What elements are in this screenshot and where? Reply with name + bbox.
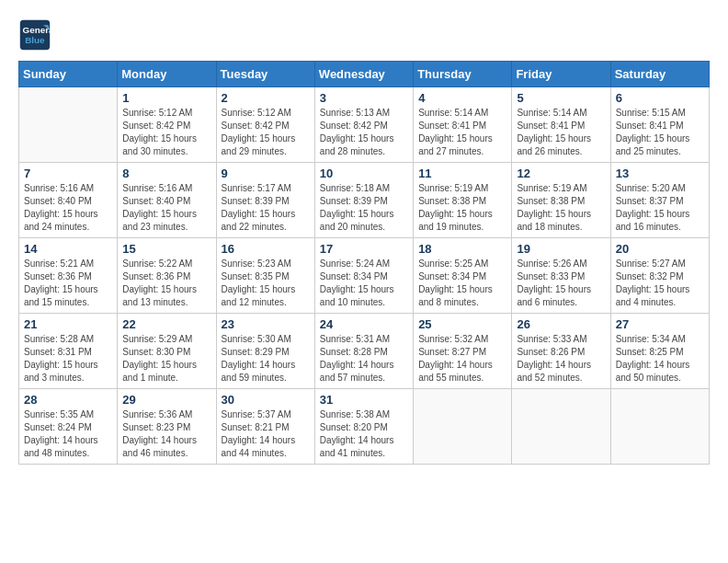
calendar-week-row: 14Sunrise: 5:21 AM Sunset: 8:36 PM Dayli… bbox=[19, 238, 710, 314]
day-info: Sunrise: 5:26 AM Sunset: 8:33 PM Dayligh… bbox=[517, 258, 605, 309]
calendar-cell: 5Sunrise: 5:14 AM Sunset: 8:41 PM Daylig… bbox=[512, 87, 610, 163]
day-info: Sunrise: 5:16 AM Sunset: 8:40 PM Dayligh… bbox=[24, 182, 112, 234]
day-number: 22 bbox=[122, 317, 210, 331]
day-number: 31 bbox=[320, 393, 408, 407]
day-number: 15 bbox=[122, 242, 210, 256]
day-info: Sunrise: 5:35 AM Sunset: 8:24 PM Dayligh… bbox=[24, 408, 112, 460]
day-info: Sunrise: 5:14 AM Sunset: 8:41 PM Dayligh… bbox=[517, 107, 605, 158]
calendar-week-row: 28Sunrise: 5:35 AM Sunset: 8:24 PM Dayli… bbox=[19, 389, 710, 465]
day-number: 12 bbox=[517, 167, 605, 180]
day-info: Sunrise: 5:27 AM Sunset: 8:32 PM Dayligh… bbox=[616, 258, 704, 309]
calendar-cell: 6Sunrise: 5:15 AM Sunset: 8:41 PM Daylig… bbox=[610, 87, 709, 163]
day-info: Sunrise: 5:23 AM Sunset: 8:35 PM Dayligh… bbox=[222, 258, 310, 309]
calendar-cell: 10Sunrise: 5:18 AM Sunset: 8:39 PM Dayli… bbox=[314, 163, 413, 238]
day-number: 29 bbox=[122, 393, 210, 407]
calendar-table: SundayMondayTuesdayWednesdayThursdayFrid… bbox=[18, 61, 710, 465]
calendar-cell: 3Sunrise: 5:13 AM Sunset: 8:42 PM Daylig… bbox=[314, 87, 413, 163]
day-info: Sunrise: 5:25 AM Sunset: 8:34 PM Dayligh… bbox=[418, 258, 506, 309]
day-number: 9 bbox=[222, 167, 310, 180]
day-info: Sunrise: 5:21 AM Sunset: 8:36 PM Dayligh… bbox=[24, 258, 112, 309]
calendar-cell: 22Sunrise: 5:29 AM Sunset: 8:30 PM Dayli… bbox=[118, 314, 216, 389]
weekday-header-wednesday: Wednesday bbox=[314, 62, 413, 87]
weekday-header-friday: Friday bbox=[512, 62, 610, 87]
calendar-cell: 30Sunrise: 5:37 AM Sunset: 8:21 PM Dayli… bbox=[216, 389, 314, 465]
calendar-cell: 2Sunrise: 5:12 AM Sunset: 8:42 PM Daylig… bbox=[216, 87, 314, 163]
calendar-cell: 11Sunrise: 5:19 AM Sunset: 8:38 PM Dayli… bbox=[414, 163, 512, 238]
day-number: 6 bbox=[616, 91, 704, 105]
day-info: Sunrise: 5:15 AM Sunset: 8:41 PM Dayligh… bbox=[616, 107, 704, 158]
day-number: 16 bbox=[222, 242, 310, 256]
day-info: Sunrise: 5:14 AM Sunset: 8:41 PM Dayligh… bbox=[418, 107, 506, 158]
day-info: Sunrise: 5:30 AM Sunset: 8:29 PM Dayligh… bbox=[222, 333, 310, 385]
calendar-cell bbox=[414, 389, 512, 465]
day-number: 7 bbox=[24, 167, 112, 180]
calendar-cell: 15Sunrise: 5:22 AM Sunset: 8:36 PM Dayli… bbox=[118, 238, 216, 314]
calendar-cell: 7Sunrise: 5:16 AM Sunset: 8:40 PM Daylig… bbox=[19, 163, 118, 238]
calendar-cell: 20Sunrise: 5:27 AM Sunset: 8:32 PM Dayli… bbox=[610, 238, 709, 314]
day-info: Sunrise: 5:16 AM Sunset: 8:40 PM Dayligh… bbox=[122, 182, 210, 234]
page-header: General Blue bbox=[18, 18, 710, 52]
calendar-week-row: 21Sunrise: 5:28 AM Sunset: 8:31 PM Dayli… bbox=[19, 314, 710, 389]
day-info: Sunrise: 5:19 AM Sunset: 8:38 PM Dayligh… bbox=[418, 182, 506, 234]
calendar-cell bbox=[512, 389, 610, 465]
day-number: 5 bbox=[517, 91, 605, 105]
calendar-cell bbox=[610, 389, 709, 465]
calendar-cell: 8Sunrise: 5:16 AM Sunset: 8:40 PM Daylig… bbox=[118, 163, 216, 238]
calendar-week-row: 1Sunrise: 5:12 AM Sunset: 8:42 PM Daylig… bbox=[19, 87, 710, 163]
day-number: 27 bbox=[616, 317, 704, 331]
calendar-header-row: SundayMondayTuesdayWednesdayThursdayFrid… bbox=[19, 62, 710, 87]
calendar-cell: 19Sunrise: 5:26 AM Sunset: 8:33 PM Dayli… bbox=[512, 238, 610, 314]
logo-icon: General Blue bbox=[18, 18, 51, 52]
day-info: Sunrise: 5:22 AM Sunset: 8:36 PM Dayligh… bbox=[122, 258, 210, 309]
day-info: Sunrise: 5:33 AM Sunset: 8:26 PM Dayligh… bbox=[517, 333, 605, 385]
day-info: Sunrise: 5:24 AM Sunset: 8:34 PM Dayligh… bbox=[320, 258, 408, 309]
day-number: 8 bbox=[122, 167, 210, 180]
day-info: Sunrise: 5:20 AM Sunset: 8:37 PM Dayligh… bbox=[616, 182, 704, 234]
calendar-cell: 29Sunrise: 5:36 AM Sunset: 8:23 PM Dayli… bbox=[118, 389, 216, 465]
day-info: Sunrise: 5:19 AM Sunset: 8:38 PM Dayligh… bbox=[517, 182, 605, 234]
calendar-cell: 21Sunrise: 5:28 AM Sunset: 8:31 PM Dayli… bbox=[19, 314, 118, 389]
day-number: 17 bbox=[320, 242, 408, 256]
day-info: Sunrise: 5:37 AM Sunset: 8:21 PM Dayligh… bbox=[222, 408, 310, 460]
day-info: Sunrise: 5:17 AM Sunset: 8:39 PM Dayligh… bbox=[222, 182, 310, 234]
day-number: 21 bbox=[24, 317, 112, 331]
day-info: Sunrise: 5:18 AM Sunset: 8:39 PM Dayligh… bbox=[320, 182, 408, 234]
day-info: Sunrise: 5:28 AM Sunset: 8:31 PM Dayligh… bbox=[24, 333, 112, 385]
weekday-header-tuesday: Tuesday bbox=[216, 62, 314, 87]
day-number: 11 bbox=[418, 167, 506, 180]
calendar-cell: 12Sunrise: 5:19 AM Sunset: 8:38 PM Dayli… bbox=[512, 163, 610, 238]
day-number: 26 bbox=[517, 317, 605, 331]
weekday-header-saturday: Saturday bbox=[610, 62, 709, 87]
calendar-cell: 23Sunrise: 5:30 AM Sunset: 8:29 PM Dayli… bbox=[216, 314, 314, 389]
calendar-cell: 9Sunrise: 5:17 AM Sunset: 8:39 PM Daylig… bbox=[216, 163, 314, 238]
calendar-cell: 4Sunrise: 5:14 AM Sunset: 8:41 PM Daylig… bbox=[414, 87, 512, 163]
day-info: Sunrise: 5:34 AM Sunset: 8:25 PM Dayligh… bbox=[616, 333, 704, 385]
day-info: Sunrise: 5:29 AM Sunset: 8:30 PM Dayligh… bbox=[122, 333, 210, 385]
day-number: 3 bbox=[320, 91, 408, 105]
day-number: 23 bbox=[222, 317, 310, 331]
day-info: Sunrise: 5:12 AM Sunset: 8:42 PM Dayligh… bbox=[122, 107, 210, 158]
calendar-cell: 24Sunrise: 5:31 AM Sunset: 8:28 PM Dayli… bbox=[314, 314, 413, 389]
calendar-cell: 18Sunrise: 5:25 AM Sunset: 8:34 PM Dayli… bbox=[414, 238, 512, 314]
logo: General Blue bbox=[18, 18, 57, 52]
calendar-week-row: 7Sunrise: 5:16 AM Sunset: 8:40 PM Daylig… bbox=[19, 163, 710, 238]
svg-text:Blue: Blue bbox=[25, 35, 45, 45]
day-number: 19 bbox=[517, 242, 605, 256]
weekday-header-monday: Monday bbox=[118, 62, 216, 87]
calendar-cell: 28Sunrise: 5:35 AM Sunset: 8:24 PM Dayli… bbox=[19, 389, 118, 465]
day-number: 24 bbox=[320, 317, 408, 331]
calendar-cell: 31Sunrise: 5:38 AM Sunset: 8:20 PM Dayli… bbox=[314, 389, 413, 465]
day-number: 25 bbox=[418, 317, 506, 331]
day-number: 4 bbox=[418, 91, 506, 105]
day-info: Sunrise: 5:12 AM Sunset: 8:42 PM Dayligh… bbox=[222, 107, 310, 158]
calendar-cell: 16Sunrise: 5:23 AM Sunset: 8:35 PM Dayli… bbox=[216, 238, 314, 314]
day-info: Sunrise: 5:32 AM Sunset: 8:27 PM Dayligh… bbox=[418, 333, 506, 385]
day-info: Sunrise: 5:31 AM Sunset: 8:28 PM Dayligh… bbox=[320, 333, 408, 385]
calendar-cell bbox=[19, 87, 118, 163]
calendar-cell: 26Sunrise: 5:33 AM Sunset: 8:26 PM Dayli… bbox=[512, 314, 610, 389]
day-number: 14 bbox=[24, 242, 112, 256]
day-number: 13 bbox=[616, 167, 704, 180]
calendar-cell: 17Sunrise: 5:24 AM Sunset: 8:34 PM Dayli… bbox=[314, 238, 413, 314]
weekday-header-thursday: Thursday bbox=[414, 62, 512, 87]
calendar-cell: 1Sunrise: 5:12 AM Sunset: 8:42 PM Daylig… bbox=[118, 87, 216, 163]
